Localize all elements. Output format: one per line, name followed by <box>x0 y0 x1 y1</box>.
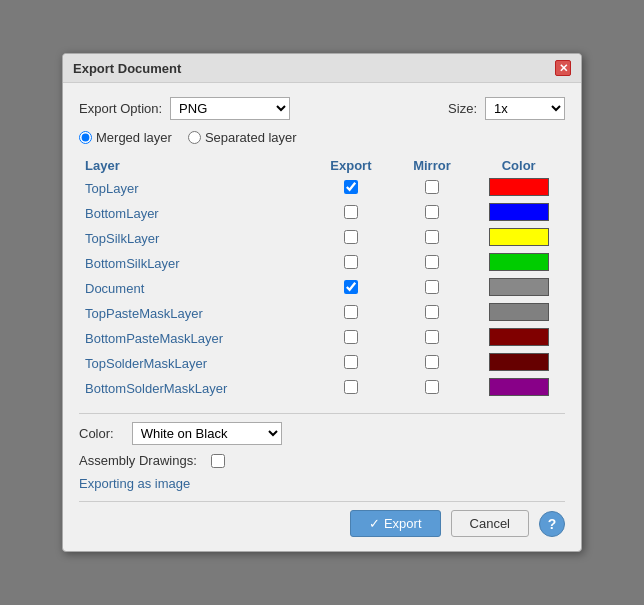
assembly-drawings-label: Assembly Drawings: <box>79 453 197 468</box>
export-check-cell <box>310 376 391 401</box>
export-check-cell <box>310 326 391 351</box>
export-check-cell <box>310 301 391 326</box>
mirror-check-cell <box>391 176 472 201</box>
export-check-cell <box>310 351 391 376</box>
table-row: BottomSilkLayer <box>79 251 565 276</box>
color-swatch[interactable] <box>489 328 549 346</box>
color-swatch[interactable] <box>489 228 549 246</box>
title-bar: Export Document ✕ <box>63 54 581 83</box>
color-swatch-cell <box>472 301 565 326</box>
mirror-check-cell <box>391 326 472 351</box>
mirror-checkbox[interactable] <box>425 230 439 244</box>
mirror-checkbox[interactable] <box>425 355 439 369</box>
merged-layer-radio-label[interactable]: Merged layer <box>79 130 172 145</box>
export-check-cell <box>310 276 391 301</box>
color-swatch-cell <box>472 276 565 301</box>
color-swatch-cell <box>472 201 565 226</box>
merged-layer-radio[interactable] <box>79 131 92 144</box>
layer-name-cell: BottomSolderMaskLayer <box>79 376 310 401</box>
layer-name-cell: TopPasteMaskLayer <box>79 301 310 326</box>
cancel-button[interactable]: Cancel <box>451 510 529 537</box>
color-swatch-cell <box>472 351 565 376</box>
mirror-checkbox[interactable] <box>425 255 439 269</box>
dialog-content: Export Option: PNG SVG PDF DXF Size: 1x … <box>63 83 581 551</box>
mirror-check-cell <box>391 251 472 276</box>
mirror-checkbox[interactable] <box>425 205 439 219</box>
export-format-select[interactable]: PNG SVG PDF DXF <box>170 97 290 120</box>
mirror-check-cell <box>391 376 472 401</box>
mirror-check-cell <box>391 351 472 376</box>
export-checkbox[interactable] <box>344 380 358 394</box>
checkmark-icon: ✓ <box>369 516 380 531</box>
table-row: TopSilkLayer <box>79 226 565 251</box>
layer-name-cell: BottomLayer <box>79 201 310 226</box>
export-checkbox[interactable] <box>344 355 358 369</box>
separated-layer-radio-label[interactable]: Separated layer <box>188 130 297 145</box>
export-status-text: Exporting as image <box>79 476 565 491</box>
merged-layer-label: Merged layer <box>96 130 172 145</box>
button-row: ✓ Export Cancel ? <box>79 501 565 541</box>
color-swatch[interactable] <box>489 178 549 196</box>
size-label: Size: <box>448 101 477 116</box>
table-row: BottomLayer <box>79 201 565 226</box>
assembly-drawings-checkbox[interactable] <box>211 454 225 468</box>
mirror-checkbox[interactable] <box>425 180 439 194</box>
color-swatch-cell <box>472 326 565 351</box>
mirror-checkbox[interactable] <box>425 305 439 319</box>
separated-layer-radio[interactable] <box>188 131 201 144</box>
export-checkbox[interactable] <box>344 255 358 269</box>
export-checkbox[interactable] <box>344 305 358 319</box>
export-check-cell <box>310 201 391 226</box>
export-checkbox[interactable] <box>344 280 358 294</box>
table-row: TopPasteMaskLayer <box>79 301 565 326</box>
export-option-label: Export Option: <box>79 101 162 116</box>
mirror-check-cell <box>391 226 472 251</box>
color-swatch[interactable] <box>489 353 549 371</box>
header-mirror: Mirror <box>391 155 472 176</box>
mirror-check-cell <box>391 201 472 226</box>
color-swatch-cell <box>472 251 565 276</box>
layer-name-cell: TopSilkLayer <box>79 226 310 251</box>
color-label: Color: <box>79 426 114 441</box>
table-row: Document <box>79 276 565 301</box>
mirror-check-cell <box>391 276 472 301</box>
export-checkbox[interactable] <box>344 205 358 219</box>
dialog-title: Export Document <box>73 61 181 76</box>
color-swatch[interactable] <box>489 278 549 296</box>
table-row: BottomSolderMaskLayer <box>79 376 565 401</box>
header-color: Color <box>472 155 565 176</box>
layer-name-cell: TopLayer <box>79 176 310 201</box>
export-checkbox[interactable] <box>344 330 358 344</box>
color-swatch[interactable] <box>489 303 549 321</box>
table-row: TopLayer <box>79 176 565 201</box>
mirror-check-cell <box>391 301 472 326</box>
export-check-cell <box>310 226 391 251</box>
size-select[interactable]: 1x 2x 3x <box>485 97 565 120</box>
assembly-drawings-row: Assembly Drawings: <box>79 453 565 468</box>
color-dropdown[interactable]: White on Black Black on White Color on B… <box>132 422 282 445</box>
color-swatch[interactable] <box>489 253 549 271</box>
color-swatch-cell <box>472 226 565 251</box>
table-row: BottomPasteMaskLayer <box>79 326 565 351</box>
export-button[interactable]: ✓ Export <box>350 510 441 537</box>
color-swatch[interactable] <box>489 203 549 221</box>
mirror-checkbox[interactable] <box>425 280 439 294</box>
divider <box>79 413 565 414</box>
color-swatch[interactable] <box>489 378 549 396</box>
close-button[interactable]: ✕ <box>555 60 571 76</box>
mirror-checkbox[interactable] <box>425 330 439 344</box>
header-export: Export <box>310 155 391 176</box>
export-button-label: Export <box>384 516 422 531</box>
layer-name-cell: BottomPasteMaskLayer <box>79 326 310 351</box>
color-swatch-cell <box>472 376 565 401</box>
color-row: Color: White on Black Black on White Col… <box>79 422 565 445</box>
mirror-checkbox[interactable] <box>425 380 439 394</box>
color-swatch-cell <box>472 176 565 201</box>
export-checkbox[interactable] <box>344 230 358 244</box>
export-checkbox[interactable] <box>344 180 358 194</box>
options-row: Export Option: PNG SVG PDF DXF Size: 1x … <box>79 97 565 120</box>
table-header-row: Layer Export Mirror Color <box>79 155 565 176</box>
layer-name-cell: TopSolderMaskLayer <box>79 351 310 376</box>
export-check-cell <box>310 176 391 201</box>
help-button[interactable]: ? <box>539 511 565 537</box>
